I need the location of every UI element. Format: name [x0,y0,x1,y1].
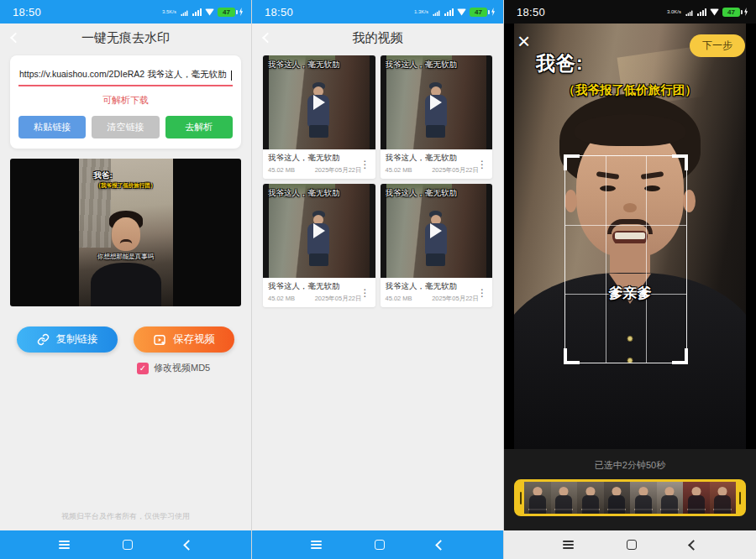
android-nav-bar [0,530,251,559]
clock: 18:50 [13,6,41,18]
url-input[interactable]: https://v.kuaishou.com/2DIeRA2 我爷这人，毫无软肋 [18,67,233,86]
trim-handle-right[interactable] [736,482,743,514]
link-parse-card: https://v.kuaishou.com/2DIeRA2 我爷这人，毫无软肋… [10,55,241,149]
text-cursor [231,71,233,81]
copy-link-label: 复制链接 [56,332,98,347]
video-size: 45.02 MB [386,166,412,175]
crop-frame[interactable] [564,155,687,363]
clear-link-button[interactable]: 清空链接 [92,116,159,138]
screen-watermark-remover: 18:50 3.5K/s 47 一键无痕去水印 https://v.kuaish… [0,0,252,559]
video-overlay-title: 我爸: [94,170,113,181]
network-speed: 1.3K/s [413,9,428,14]
wifi-icon [205,8,214,16]
link-icon [37,333,50,346]
play-icon[interactable] [313,223,325,238]
crop-gridline [606,156,606,363]
more-options-icon[interactable]: ⋮ [359,286,372,300]
video-preview[interactable]: 我爸: （我爷报了低价旅行团） 你想想那能是真事吗 [10,159,241,306]
nav-back-icon[interactable] [183,540,194,551]
page-title: 我的视频 [353,30,403,46]
filmstrip-frame [683,482,710,514]
status-bar: 18:50 3.0K/s 47 [504,0,756,24]
person-shorts [309,125,328,138]
signal-icon-sim1 [181,10,188,15]
person-shorts [426,125,445,138]
screen-my-videos: 18:50 1.3K/s 47 我的视频 我爷这人，毫无软肋 [252,0,504,559]
battery-icon: 47 [470,8,487,17]
screen-clip-editor: 18:50 3.0K/s 47 [504,0,756,559]
video-size: 45.02 MB [268,295,295,303]
video-card[interactable]: 我爷这人，毫无软肋 我爷这人，毫无软肋 45.02 MB 2025年05月22日… [381,184,493,307]
signal-icon-sim1 [686,10,693,15]
nav-home-icon[interactable] [375,540,385,550]
wifi-icon [710,8,719,16]
video-date: 2025年05月22日 [315,166,362,175]
video-caption: 你想想那能是真事吗 [79,253,173,261]
url-input-value: https://v.kuaishou.com/2DIeRA2 我爷这人，毫无软肋 [19,69,230,81]
person-face [112,217,140,251]
nav-home-icon[interactable] [627,540,637,550]
md5-checkbox-label: 修改视频MD5 [154,362,210,374]
signal-icon-sim2 [444,8,454,16]
paste-link-button[interactable]: 粘贴链接 [18,116,86,138]
close-icon[interactable]: × [517,30,530,52]
nav-menu-icon[interactable] [59,541,70,549]
person-fringe [575,114,685,146]
save-video-button[interactable]: 保存视频 [134,327,234,353]
trim-handle-left[interactable] [517,482,524,514]
person-mustache [119,239,132,244]
save-video-label: 保存视频 [173,332,215,347]
timeline-filmstrip[interactable] [514,479,746,516]
play-icon[interactable] [430,95,442,110]
nav-back-icon[interactable] [688,540,699,551]
play-icon[interactable] [430,223,442,238]
video-date: 2025年05月22日 [315,295,362,303]
parse-button[interactable]: 去解析 [165,116,233,138]
play-icon[interactable] [313,95,325,110]
video-title: 我爷这人，毫无软肋 [268,153,362,164]
battery-icon: 47 [218,8,235,17]
thumbnail-overlay-title: 我爷这人，毫无软肋 [268,188,372,199]
back-icon[interactable] [10,33,21,44]
filmstrip-frame [551,482,578,514]
signal-icon-sim1 [433,10,440,15]
video-thumbnail: 我爷这人，毫无软肋 [263,55,375,149]
filmstrip-frame [657,482,684,514]
nav-menu-icon[interactable] [311,541,322,549]
video-title: 我爷这人，毫无软肋 [386,281,480,292]
signal-icon-sim2 [697,8,706,16]
next-step-button[interactable]: 下一步 [690,34,745,57]
crop-corner-handle[interactable] [564,348,580,364]
charging-bolt-icon [491,8,496,16]
disclaimer-text: 视频归平台及作者所有，仅供学习使用 [0,511,251,522]
more-options-icon[interactable]: ⋮ [475,286,489,300]
copy-link-button[interactable]: 复制链接 [17,327,118,353]
md5-checkbox[interactable]: ✓ [137,363,149,374]
charging-bolt-icon [743,8,748,16]
nav-home-icon[interactable] [123,540,133,550]
video-card[interactable]: 我爷这人，毫无软肋 我爷这人，毫无软肋 45.02 MB 2025年05月22日… [263,184,375,307]
filmstrip-frame [577,482,604,514]
video-card-meta: 我爷这人，毫无软肋 45.02 MB 2025年05月22日 ⋮ [263,278,375,307]
clock: 18:50 [265,6,293,18]
video-card[interactable]: 我爷这人，毫无软肋 我爷这人，毫无软肋 45.02 MB 2025年05月22日… [381,55,493,179]
crop-corner-handle[interactable] [672,348,688,364]
thumbnail-overlay-title: 我爷这人，毫无软肋 [386,188,490,199]
video-thumbnail: 我爷这人，毫无软肋 [263,184,375,278]
back-icon[interactable] [262,33,273,44]
status-bar: 18:50 3.5K/s 47 [0,0,251,24]
video-card[interactable]: 我爷这人，毫无软肋 我爷这人，毫无软肋 45.02 MB 2025年05月22日… [263,55,375,179]
android-nav-bar [504,530,756,559]
filmstrip-frame [604,482,631,514]
more-options-icon[interactable]: ⋮ [359,158,372,171]
nav-menu-icon[interactable] [563,541,574,549]
nav-back-icon[interactable] [435,540,446,551]
crop-corner-handle[interactable] [672,154,688,170]
more-options-icon[interactable]: ⋮ [475,158,489,171]
status-bar: 18:50 1.3K/s 47 [252,0,503,24]
crop-corner-handle[interactable] [564,154,580,170]
video-thumbnail: 我爷这人，毫无软肋 [381,184,493,278]
video-title: 我爷这人，毫无软肋 [386,153,480,164]
filmstrip-frame [630,482,657,514]
selection-duration-label: 已选中2分钟50秒 [504,459,756,472]
